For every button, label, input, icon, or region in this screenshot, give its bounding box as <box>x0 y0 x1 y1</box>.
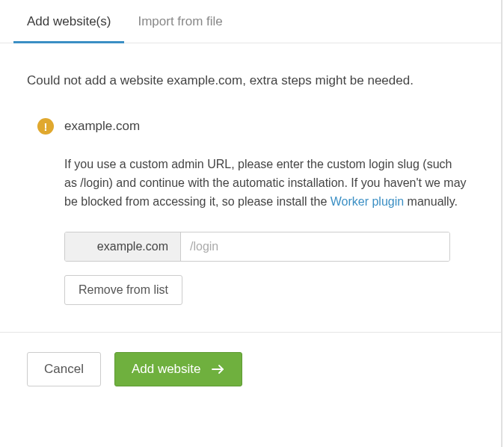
add-website-label: Add website <box>132 362 201 377</box>
input-prefix-domain: example.com <box>65 232 181 261</box>
tab-import-from-file[interactable]: Import from file <box>124 1 236 43</box>
site-block: ! example.com If you use a custom admin … <box>27 118 474 305</box>
worker-plugin-link[interactable]: Worker plugin <box>331 195 404 208</box>
cancel-button[interactable]: Cancel <box>27 352 101 386</box>
error-message: Could not add a website example.com, ext… <box>27 73 474 88</box>
site-body: If you use a custom admin URL, please en… <box>37 155 474 305</box>
arrow-right-icon <box>212 364 225 374</box>
login-slug-input[interactable] <box>181 232 449 261</box>
content-area: Could not add a website example.com, ext… <box>0 43 501 305</box>
tabs: Add website(s) Import from file <box>0 0 501 43</box>
alert-icon: ! <box>37 118 54 135</box>
site-header: ! example.com <box>37 118 474 135</box>
site-name: example.com <box>64 119 140 134</box>
site-description: If you use a custom admin URL, please en… <box>64 155 467 211</box>
add-website-button[interactable]: Add website <box>114 352 242 386</box>
tab-add-websites[interactable]: Add website(s) <box>13 1 124 43</box>
description-text-2: manually. <box>404 195 458 208</box>
remove-from-list-button[interactable]: Remove from list <box>64 275 182 305</box>
login-slug-input-group: example.com <box>64 232 450 262</box>
footer-actions: Cancel Add website <box>0 332 501 406</box>
